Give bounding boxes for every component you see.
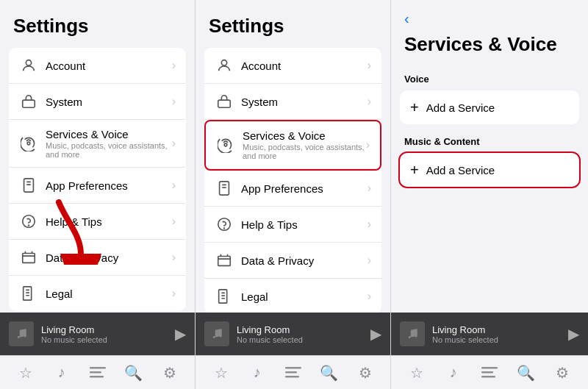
p2-menu-item-system[interactable]: System › xyxy=(204,84,381,120)
menu-item-privacy[interactable]: Data & Privacy › xyxy=(9,240,186,276)
svg-rect-8 xyxy=(23,254,35,263)
panel-1-menu: Account › System › Services xyxy=(9,48,186,311)
nav-bar-1: ☆ ♪ 🔍 ⚙ xyxy=(0,355,195,389)
menu-item-account[interactable]: Account › xyxy=(9,48,186,84)
player-status-1: No music selected xyxy=(41,335,168,344)
p2-legal-label: Legal xyxy=(241,290,368,303)
svg-rect-36 xyxy=(285,367,301,369)
menu-item-legal[interactable]: Legal › xyxy=(9,276,186,311)
player-status-2: No music selected xyxy=(237,335,363,344)
menu-item-system[interactable]: System › xyxy=(9,84,186,120)
music-icon[interactable]: ♪ xyxy=(49,360,75,386)
star-icon[interactable]: ☆ xyxy=(12,360,39,386)
panel-2-content: Settings Account › System › xyxy=(196,0,390,313)
bars-icon[interactable] xyxy=(85,360,111,386)
svg-rect-23 xyxy=(220,182,229,195)
p2-search-icon[interactable]: 🔍 xyxy=(316,360,343,386)
menu-item-help[interactable]: Help & Tips › xyxy=(9,204,186,240)
menu-item-app-prefs[interactable]: App Preferences › xyxy=(9,168,186,204)
panel-2-title: Settings xyxy=(196,0,390,45)
gear-icon[interactable]: ⚙ xyxy=(157,360,183,386)
player-info-1: Living Room No music selected xyxy=(41,324,168,344)
chevron-icon: › xyxy=(172,215,176,228)
p2-menu-item-privacy[interactable]: Data & Privacy › xyxy=(204,243,381,279)
music-plus-icon: + xyxy=(410,163,419,177)
privacy-label: Data & Privacy xyxy=(46,251,172,264)
system-icon xyxy=(19,92,38,111)
p2-menu-item-help[interactable]: Help & Tips › xyxy=(204,207,381,243)
p2-privacy-label: Data & Privacy xyxy=(241,254,368,267)
p2-chevron-icon: › xyxy=(368,95,371,108)
p3-gear-icon[interactable]: ⚙ xyxy=(549,360,576,386)
voice-plus-icon: + xyxy=(410,100,419,115)
panel-1-title: Settings xyxy=(0,0,195,45)
player-bar-3[interactable]: Living Room No music selected ▶ xyxy=(391,313,588,355)
back-button[interactable]: ‹ xyxy=(391,0,588,29)
svg-rect-28 xyxy=(218,257,231,266)
panel-1-content: Settings Account › System › xyxy=(0,0,195,313)
svg-point-0 xyxy=(26,60,31,65)
player-play-3[interactable]: ▶ xyxy=(568,325,579,343)
player-bar-2[interactable]: Living Room No music selected ▶ xyxy=(196,313,390,355)
svg-rect-41 xyxy=(481,376,495,378)
player-thumb-1 xyxy=(9,321,34,346)
panel-2: Settings Account › System › xyxy=(196,0,391,389)
svg-rect-37 xyxy=(285,371,297,374)
p2-menu-item-account[interactable]: Account › xyxy=(204,48,381,84)
svg-rect-18 xyxy=(90,371,101,374)
player-play-2[interactable]: ▶ xyxy=(370,325,381,343)
p3-search-icon[interactable]: 🔍 xyxy=(513,360,539,386)
p2-menu-item-legal[interactable]: Legal › xyxy=(204,279,381,313)
p2-system-icon xyxy=(215,92,234,111)
p2-music-icon[interactable]: ♪ xyxy=(244,360,270,386)
p2-chevron-icon: › xyxy=(368,59,371,72)
system-label: System xyxy=(46,96,172,108)
p2-legal-icon xyxy=(215,287,234,306)
p3-star-icon[interactable]: ☆ xyxy=(404,360,430,386)
p2-gear-icon[interactable]: ⚙ xyxy=(352,360,379,386)
app-prefs-label: App Preferences xyxy=(46,179,172,192)
p2-app-prefs-icon xyxy=(215,179,234,198)
chevron-icon: › xyxy=(172,287,176,300)
panel-3-content: ‹ Services & Voice Voice + Add a Service… xyxy=(391,0,588,313)
p2-chevron-icon: › xyxy=(368,182,371,195)
p2-bars-icon[interactable] xyxy=(280,360,306,386)
player-thumb-3 xyxy=(400,321,425,346)
legal-label: Legal xyxy=(46,288,172,300)
p3-bars-icon[interactable] xyxy=(476,360,503,386)
nav-bar-2: ☆ ♪ 🔍 ⚙ xyxy=(196,355,390,389)
svg-rect-19 xyxy=(90,376,104,378)
p2-chevron-icon: › xyxy=(368,218,371,231)
privacy-icon xyxy=(19,248,38,267)
p2-menu-item-app-prefs[interactable]: App Preferences › xyxy=(204,171,381,207)
services-sublabel: Music, podcasts, voice assistants, and m… xyxy=(46,141,172,159)
player-thumb-2 xyxy=(204,321,229,346)
music-add-service[interactable]: + Add a Service xyxy=(400,153,579,187)
p3-music-icon[interactable]: ♪ xyxy=(440,360,466,386)
svg-rect-3 xyxy=(24,179,34,192)
p2-services-icon xyxy=(216,135,235,154)
legal-icon xyxy=(19,284,38,303)
player-bar-1[interactable]: Living Room No music selected ▶ xyxy=(0,313,195,355)
menu-item-services[interactable]: Services & Voice Music, podcasts, voice … xyxy=(9,120,186,168)
svg-point-27 xyxy=(224,228,225,229)
p2-privacy-icon xyxy=(215,251,234,270)
p2-app-prefs-label: App Preferences xyxy=(241,182,368,195)
p2-menu-item-services[interactable]: Services & Voice Music, podcasts, voice … xyxy=(206,121,380,169)
svg-rect-1 xyxy=(23,100,35,107)
search-icon[interactable]: 🔍 xyxy=(121,360,147,386)
voice-add-service[interactable]: + Add a Service xyxy=(400,90,579,124)
player-status-3: No music selected xyxy=(432,335,561,344)
help-icon xyxy=(19,212,38,231)
svg-point-22 xyxy=(224,143,227,146)
nav-bar-3: ☆ ♪ 🔍 ⚙ xyxy=(391,355,588,389)
chevron-icon: › xyxy=(172,179,176,192)
player-play-1[interactable]: ▶ xyxy=(175,325,186,343)
chevron-icon: › xyxy=(172,251,176,264)
player-info-2: Living Room No music selected xyxy=(237,324,363,344)
chevron-icon: › xyxy=(172,59,176,72)
p2-star-icon[interactable]: ☆ xyxy=(208,360,234,386)
services-voice-title: Services & Voice xyxy=(391,29,588,63)
services-icon xyxy=(19,134,38,153)
p2-chevron-icon: › xyxy=(368,290,371,303)
